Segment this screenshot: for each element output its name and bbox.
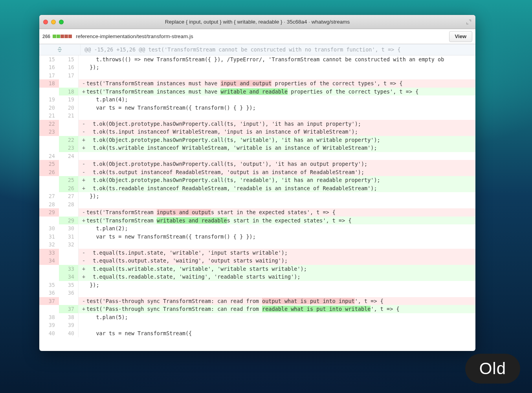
diff-row: 2424 [39,152,475,160]
line-number-new: 36 [59,289,79,297]
hunk-text: @@ -15,26 +15,26 @@ test('TransformStrea… [81,44,405,55]
line-number-new: 19 [59,95,79,104]
zoom-icon[interactable] [59,20,64,24]
code-line: }); [79,281,475,289]
code-line [79,112,475,120]
line-number-old: 37 [39,297,59,305]
diff-row: 34- t.equal(ts.output.state, 'waiting', … [39,257,475,265]
line-number-old [39,305,59,313]
line-number-new: 26 [59,184,79,193]
code-line [79,152,475,160]
diff-row: 3838 t.plan(5); [39,313,475,321]
code-line: -test('TransformStream inputs and output… [79,208,475,217]
diff-row: 3636 [39,289,475,297]
diff-row: 26- t.ok(ts.output instanceof ReadableSt… [39,168,475,176]
diff-row: 26+ t.ok(ts.readable instanceof Readable… [39,184,475,193]
code-line [79,289,475,297]
line-number-old: 18 [39,79,59,88]
code-line [79,321,475,329]
code-line: +test('TransformStream instances must ha… [79,88,475,96]
line-number-old: 19 [39,95,59,104]
code-line: + t.equal(ts.writable.state, 'writable',… [79,265,475,273]
code-line: + t.ok(Object.prototype.hasOwnProperty.c… [79,176,475,184]
diff-body[interactable]: @@ -15,26 +15,26 @@ test('TransformStrea… [39,44,475,351]
diff-row: 4040 var ts = new TransformStream({ [39,329,475,338]
app-window: Replace { input, output } with { writabl… [39,15,475,351]
diff-row: 23- t.ok(ts.input instanceof WritableStr… [39,128,475,136]
code-line: t.plan(5); [79,313,475,321]
line-number-new: 18 [59,88,79,96]
code-line: var ts = new TransformStream({ transform… [79,104,475,112]
line-number-new: 35 [59,281,79,289]
line-number-new: 34 [59,273,79,281]
file-header: 266 reference-implementation/test/transf… [39,29,475,44]
diff-row: 3030 t.plan(2); [39,224,475,233]
diff-row: 22+ t.ok(Object.prototype.hasOwnProperty… [39,136,475,144]
line-number-old [39,88,59,96]
code-line [79,72,475,80]
view-button[interactable]: View [449,31,472,42]
code-line [79,200,475,209]
code-line: - t.equal(ts.output.state, 'waiting', 'o… [79,257,475,265]
line-number-new: 28 [59,200,79,209]
code-line: + t.ok(ts.writable instanceof WritableSt… [79,144,475,152]
line-number-new: 33 [59,265,79,273]
diff-row: 34+ t.equal(ts.readable.state, 'waiting'… [39,273,475,281]
line-number-old: 25 [39,160,59,168]
fullscreen-icon[interactable] [466,19,471,25]
line-number-new [59,168,79,176]
diff-line-count: 266 [42,34,50,39]
code-line: - t.ok(ts.output instanceof ReadableStre… [79,168,475,176]
diff-row: 2727 }); [39,192,475,200]
line-number-new [59,128,79,136]
line-number-old: 36 [39,289,59,297]
expand-icon[interactable] [57,46,63,53]
line-number-new [59,249,79,257]
diff-row: 2828 [39,200,475,209]
diff-row: 29-test('TransformStream inputs and outp… [39,208,475,217]
code-line: t.plan(2); [79,224,475,233]
line-number-new: 38 [59,313,79,321]
code-line: }); [79,192,475,200]
diff-row: 3939 [39,321,475,329]
line-number-new [59,297,79,305]
diff-row: 1616 }); [39,63,475,72]
diff-row: 37-test('Pass-through sync TransformStre… [39,297,475,305]
line-number-new: 17 [59,72,79,80]
line-number-old: 40 [39,329,59,338]
line-number-new: 24 [59,152,79,160]
line-number-old: 23 [39,128,59,136]
line-number-old: 26 [39,168,59,176]
line-number-new [59,160,79,168]
code-line: t.plan(4); [79,95,475,104]
line-number-new: 23 [59,144,79,152]
line-number-new: 15 [59,55,79,64]
line-number-old: 28 [39,200,59,209]
line-number-new: 37 [59,305,79,313]
line-number-old: 27 [39,192,59,200]
line-number-old [39,176,59,184]
line-number-old: 15 [39,55,59,64]
diff-row: 18+test('TransformStream instances must … [39,88,475,96]
diff-row: 25+ t.ok(Object.prototype.hasOwnProperty… [39,176,475,184]
code-line: - t.ok(Object.prototype.hasOwnProperty.c… [79,160,475,168]
minimize-icon[interactable] [51,20,56,24]
line-number-old: 22 [39,120,59,128]
diffstat-squares [53,35,72,38]
diff-row: 2121 [39,112,475,120]
diff-row: 23+ t.ok(ts.writable instanceof Writable… [39,144,475,152]
traffic-lights [43,20,64,24]
diff-row: 25- t.ok(Object.prototype.hasOwnProperty… [39,160,475,168]
line-number-old: 35 [39,281,59,289]
close-icon[interactable] [43,20,48,24]
diff-row: 2020 var ts = new TransformStream({ tran… [39,104,475,112]
line-number-old: 24 [39,152,59,160]
code-line: + t.ok(Object.prototype.hasOwnProperty.c… [79,136,475,144]
line-number-new [59,120,79,128]
diff-row: 3535 }); [39,281,475,289]
code-line: + t.ok(ts.readable instanceof ReadableSt… [79,184,475,193]
diff-row: 29+test('TransformStream writables and r… [39,217,475,225]
line-number-old: 17 [39,72,59,80]
line-number-new: 25 [59,176,79,184]
line-number-new: 30 [59,224,79,233]
